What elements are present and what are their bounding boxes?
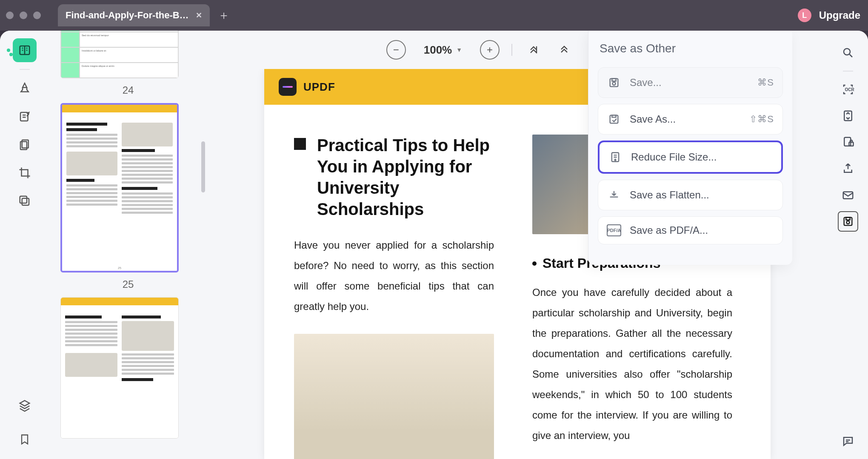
separator: [843, 71, 853, 72]
svg-point-17: [847, 221, 850, 224]
share-button[interactable]: [838, 158, 858, 179]
crop-tool-button[interactable]: [13, 161, 37, 185]
page-heading: Practical Tips to Help You in Applying f…: [317, 135, 494, 220]
menu-item-save[interactable]: Save... ⌘S: [598, 67, 783, 98]
document-tab[interactable]: Find-and-Apply-For-the-B… ✕: [58, 4, 210, 26]
search-button[interactable]: [838, 43, 858, 63]
window-close-btn[interactable]: [6, 11, 14, 19]
window-titlebar: Find-and-Apply-For-the-B… ✕ ＋ L Upgrade: [0, 0, 868, 31]
thumbnail-26[interactable]: [60, 297, 179, 439]
reader-mode-button[interactable]: [13, 38, 37, 62]
save-icon: [607, 75, 621, 90]
thumbnail-panel: Lorem ipsum dolor sit amet Consectetur a…: [49, 31, 207, 459]
menu-item-save-flatten[interactable]: Save as Flatten...: [598, 180, 783, 210]
account-avatar[interactable]: L: [798, 9, 811, 22]
heading-bullet-icon: [294, 138, 306, 150]
organize-pages-button[interactable]: [13, 133, 37, 157]
first-page-button[interactable]: [524, 40, 543, 59]
menu-label: Save as PDF/A...: [630, 224, 774, 236]
window-controls: [6, 11, 41, 19]
section-body: Once you have carefully decided about a …: [532, 282, 732, 446]
right-toolbar: OCR: [828, 31, 868, 459]
brand-logo-icon: [279, 78, 297, 96]
separator: [511, 44, 512, 56]
svg-text:OCR: OCR: [845, 87, 855, 92]
svg-rect-4: [22, 198, 29, 205]
menu-item-save-as[interactable]: Save As... ⇧⌘S: [598, 104, 783, 135]
separator: [20, 69, 30, 70]
tab-strip: Find-and-Apply-For-the-B… ✕ ＋: [58, 4, 234, 26]
svg-point-7: [613, 82, 616, 85]
bookmarks-button[interactable]: [13, 427, 37, 451]
window-min-btn[interactable]: [20, 11, 27, 19]
layers-button[interactable]: [13, 393, 37, 417]
menu-item-reduce-file-size[interactable]: Reduce File Size...: [598, 141, 783, 174]
zoom-out-button[interactable]: −: [386, 40, 406, 60]
thumbnail-label: 25: [60, 278, 196, 290]
brand-name: UPDF: [303, 80, 335, 94]
save-as-icon: [607, 112, 621, 126]
zoom-select[interactable]: 100% ▼: [418, 43, 468, 57]
highlight-tool-button[interactable]: [13, 77, 37, 100]
email-button[interactable]: [838, 185, 858, 205]
thumbnail-25[interactable]: 25: [60, 103, 179, 273]
comments-button[interactable]: [838, 431, 858, 451]
menu-label: Save as Flatten...: [630, 189, 774, 201]
content-image: [294, 334, 494, 459]
tab-title: Find-and-Apply-For-the-B…: [66, 10, 189, 21]
zoom-value: 100%: [424, 43, 452, 57]
header-right: L Upgrade: [798, 9, 860, 22]
main-area: − 100% ▼ + / 30 UPDF: [207, 31, 828, 459]
thumbnail-item[interactable]: Lorem ipsum dolor sit amet Consectetur a…: [60, 31, 196, 96]
left-toolbar: [0, 31, 49, 459]
menu-label: Reduce File Size...: [631, 151, 773, 163]
thumbnail-label: 24: [60, 84, 196, 96]
flatten-icon: [607, 188, 621, 202]
shortcut-label: ⇧⌘S: [749, 114, 774, 125]
thumbnail-item[interactable]: [60, 297, 196, 439]
upgrade-button[interactable]: Upgrade: [819, 9, 860, 21]
compress-icon: [608, 150, 622, 164]
convert-button[interactable]: [838, 106, 858, 126]
save-other-button[interactable]: [838, 211, 858, 232]
save-as-other-panel: Save as Other Save... ⌘S Save As... ⇧⌘S: [588, 31, 792, 265]
menu-label: Save As...: [630, 113, 741, 125]
edit-text-button[interactable]: [13, 105, 37, 129]
menu-item-save-pdfa[interactable]: PDF/A Save as PDF/A...: [598, 216, 783, 244]
menu-label: Save...: [630, 77, 749, 89]
pdfa-icon: PDF/A: [607, 224, 621, 236]
batch-tool-button[interactable]: [13, 189, 37, 213]
tab-close-icon[interactable]: ✕: [196, 11, 202, 20]
panel-title: Save as Other: [598, 42, 783, 55]
app-body: Lorem ipsum dolor sit amet Consectetur a…: [0, 31, 868, 459]
protect-button[interactable]: [838, 132, 858, 152]
prev-page-button[interactable]: [555, 40, 574, 59]
ocr-button[interactable]: OCR: [838, 79, 858, 100]
new-tab-button[interactable]: ＋: [214, 6, 234, 25]
svg-rect-5: [20, 196, 27, 203]
thumbnail-scrollbar[interactable]: [201, 141, 205, 192]
window-max-btn[interactable]: [33, 11, 41, 19]
svg-point-10: [844, 49, 850, 55]
active-tool-indicator: [9, 53, 13, 56]
shortcut-label: ⌘S: [757, 77, 774, 88]
thumbnail-item[interactable]: 25 25: [60, 103, 196, 290]
intro-paragraph: Have you never applied for a scholarship…: [294, 235, 494, 317]
thumbnail-24[interactable]: Lorem ipsum dolor sit amet Consectetur a…: [60, 31, 179, 78]
svg-rect-15: [843, 192, 853, 199]
zoom-in-button[interactable]: +: [480, 40, 500, 60]
chevron-down-icon: ▼: [456, 46, 462, 53]
